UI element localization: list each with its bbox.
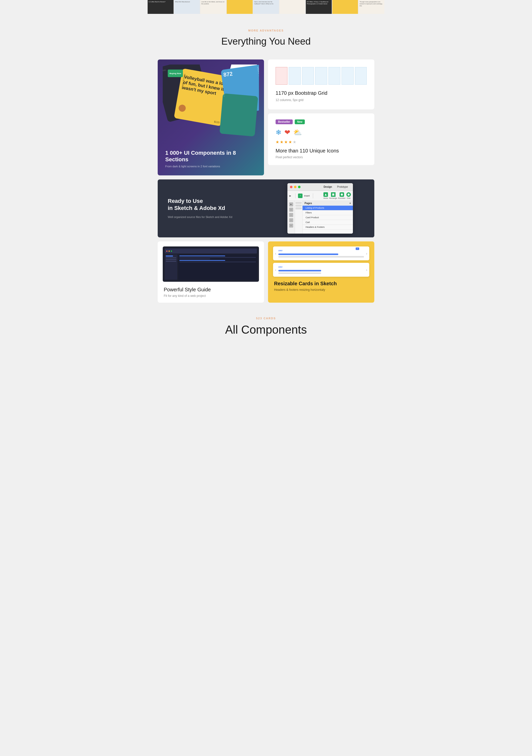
svg-marker-0 bbox=[325, 194, 327, 196]
shape-tools: Vector Rectangle Rounded bbox=[323, 192, 351, 199]
strip-item-1: Is Coffee Bad for Bones? bbox=[147, 0, 173, 14]
avatar bbox=[178, 104, 186, 112]
left-arrow-2: ‹ bbox=[275, 268, 276, 272]
main-content: MORE ADVANTAGES Everything You Need Soci… bbox=[147, 14, 385, 352]
resizable-card: ‹ UNV › ✓ ‹ UNV bbox=[268, 241, 374, 303]
sketch-titlebar: Design Prototype bbox=[287, 183, 353, 191]
rc-content-2: UNV bbox=[278, 266, 364, 274]
sketch-right-panel: Pages + Listing of Products Filters Card… bbox=[303, 201, 353, 233]
strip-item-9: Though many geographers are trained in t… bbox=[359, 0, 385, 14]
pen-tool-side[interactable]: / bbox=[289, 218, 293, 222]
svg-rect-2 bbox=[341, 194, 343, 196]
grid-col-4 bbox=[315, 67, 327, 85]
users-tag: USERS RIGHT NOW bbox=[257, 67, 259, 88]
price-tag: $120 bbox=[214, 120, 220, 124]
page-item-3[interactable]: Card Product bbox=[303, 215, 353, 220]
pages-list: Listing of Products Filters Card Product… bbox=[303, 206, 353, 233]
page-item-2[interactable]: Filters bbox=[303, 210, 353, 215]
sg-content-3 bbox=[179, 258, 210, 259]
strip-text-3: Live life to the fullest, and focus on t… bbox=[200, 0, 226, 6]
bottom-section: 523 CARDS All Components bbox=[158, 307, 374, 341]
style-guide-image bbox=[163, 246, 259, 282]
strip-item-4 bbox=[227, 0, 253, 14]
expand-dot bbox=[298, 186, 301, 188]
text-tool-side[interactable]: T bbox=[289, 224, 293, 228]
bottom-row: Powerful Style Guide Fit for any kind of… bbox=[158, 241, 374, 303]
sg-main bbox=[178, 255, 257, 280]
strip-text-7: DO Miles. 8 Days. A Spellbound Photograp… bbox=[306, 0, 332, 6]
mockup-card-1: ‹ UNV › ✓ bbox=[273, 246, 369, 260]
rc-bar-4 bbox=[278, 272, 321, 274]
page-item-4[interactable]: Cart bbox=[303, 220, 353, 225]
sg-content-2 bbox=[179, 257, 256, 258]
grid-preview bbox=[276, 67, 367, 85]
left-arrow-1: ‹ bbox=[275, 252, 276, 256]
mockup-card-2: ‹ UNV › bbox=[273, 263, 369, 277]
rect-tool-side[interactable]: □ bbox=[289, 208, 293, 212]
cursor-tool[interactable]: ▶ bbox=[289, 202, 293, 206]
insert-tool[interactable]: + bbox=[298, 194, 303, 198]
resizable-card-text: Resizable Cards in Sketch Headers & foot… bbox=[268, 277, 374, 298]
star-2: ★ bbox=[280, 140, 283, 145]
page-item-1[interactable]: Listing of Products bbox=[303, 206, 353, 210]
strip-item-6 bbox=[279, 0, 305, 14]
page-item-5[interactable]: Headers & Footers bbox=[303, 225, 353, 230]
grid-col-3 bbox=[302, 67, 314, 85]
resizable-image-area: ‹ UNV › ✓ ‹ UNV bbox=[268, 241, 374, 277]
strip-item-3: Live life to the fullest, and focus on t… bbox=[200, 0, 226, 14]
svg-point-3 bbox=[348, 194, 350, 196]
grid-col-7 bbox=[355, 67, 367, 85]
star-4: ★ bbox=[288, 140, 292, 145]
circle-tool-side[interactable]: ○ bbox=[289, 213, 293, 217]
ui-description: From dark & light screens in 2 font vari… bbox=[165, 165, 256, 168]
strip-text-1: Is Coffee Bad for Bones? bbox=[147, 0, 173, 4]
sketch-tabs: Design Prototype bbox=[324, 185, 348, 188]
oval-tool[interactable] bbox=[346, 192, 351, 197]
strip-text-9: Though many geographers are trained in t… bbox=[359, 0, 385, 8]
tab-prototype[interactable]: Prototype bbox=[337, 185, 348, 188]
sg-content-4 bbox=[179, 260, 225, 261]
icons-badges: Bestseller New bbox=[276, 120, 367, 124]
sg-left bbox=[165, 255, 177, 280]
sketch-image: Design Prototype ▶ + Insert bbox=[266, 179, 374, 237]
icons-title: More than 110 Unique Icons bbox=[276, 148, 367, 154]
buying-now-badge: Buying Now bbox=[168, 69, 183, 77]
vector-tool[interactable] bbox=[323, 192, 328, 197]
rounded-tool[interactable] bbox=[339, 192, 344, 197]
pages-header: Pages + bbox=[303, 201, 353, 206]
bootstrap-desc: 12 columns, 5px grid bbox=[276, 98, 367, 102]
rc-label-2: UNV bbox=[278, 266, 364, 268]
star-1: ★ bbox=[276, 140, 279, 145]
strip-text-5: Had a Job Interview but No Callback? Her… bbox=[253, 0, 279, 6]
sketch-ui-mockup: Design Prototype ▶ + Insert bbox=[287, 183, 353, 233]
vector-tool-item: Vector bbox=[323, 192, 328, 199]
panel-item-1 bbox=[296, 202, 302, 204]
sketch-left-sidebar: ▶ □ ○ / T bbox=[287, 201, 295, 233]
sg-nav-3 bbox=[166, 259, 176, 260]
tab-design[interactable]: Design bbox=[324, 185, 332, 188]
rectangle-tool[interactable] bbox=[331, 192, 335, 197]
close-dot bbox=[290, 186, 292, 188]
arrow-tool[interactable]: ▶ bbox=[289, 195, 291, 197]
pages-label: Pages bbox=[305, 202, 312, 204]
sg-content-5 bbox=[179, 261, 256, 262]
oval-tool-item: Oval bbox=[346, 192, 351, 199]
resizable-title: Resizable Cards in Sketch bbox=[274, 281, 368, 286]
minimize-dot bbox=[294, 186, 297, 188]
icons-card: Bestseller New ❄ ❤ ⛅ ★ ★ ★ ★ ★ More than… bbox=[268, 113, 374, 165]
vector-label: Vector bbox=[323, 197, 328, 199]
star-5: ★ bbox=[293, 140, 296, 145]
all-components-title: All Components bbox=[158, 323, 374, 337]
insert-label: Insert bbox=[304, 195, 310, 197]
heart-icon: ❤ bbox=[284, 128, 290, 137]
grid-col-5 bbox=[329, 67, 340, 85]
sketch-card: Ready to Usein Sketch & Adobe Xd Well or… bbox=[158, 179, 374, 237]
top-strip: Is Coffee Bad for Bones? What We Manufac… bbox=[147, 0, 385, 14]
sketch-body: ▶ □ ○ / T Pages bbox=[287, 201, 353, 233]
bootstrap-card: 1170 px Bootstrap Grid 12 columns, 5px g… bbox=[268, 60, 374, 109]
add-page-icon[interactable]: + bbox=[349, 202, 351, 204]
sg-content bbox=[165, 255, 257, 280]
rc-label-1: UNV bbox=[278, 250, 364, 252]
rc-bar-3 bbox=[278, 270, 321, 271]
sketch-text: Ready to Usein Sketch & Adobe Xd Well or… bbox=[158, 179, 266, 237]
